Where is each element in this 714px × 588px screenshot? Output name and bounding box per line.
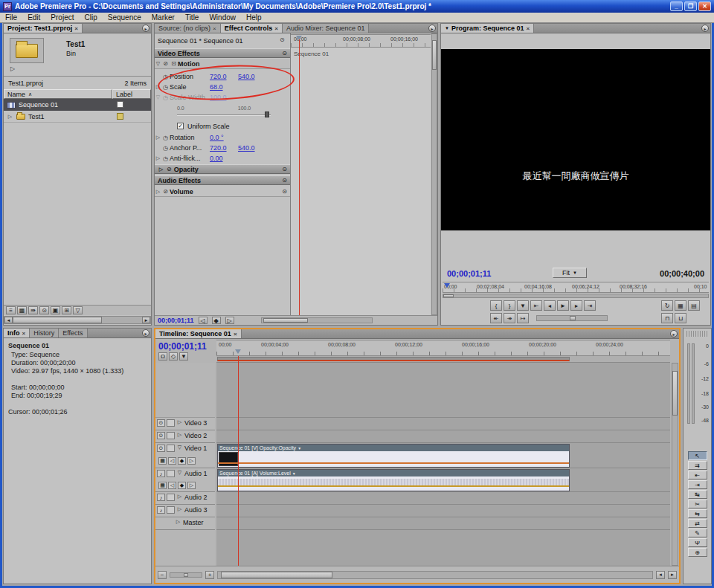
uniform-scale-checkbox[interactable]: ✓ [177, 123, 184, 129]
expand-icon[interactable]: ▷ [176, 419, 183, 425]
timeline-horizontal-scrollbar[interactable] [217, 571, 653, 579]
jump-back-button[interactable]: ↞ [490, 313, 502, 323]
fit-dropdown[interactable]: Fit ▼ [553, 268, 587, 278]
output-button[interactable]: ▤ [688, 300, 700, 311]
display-style-icon[interactable]: ▦ [158, 482, 167, 489]
timeline-playhead-line[interactable] [238, 356, 239, 566]
go-to-in-button[interactable]: ⇤ [530, 300, 542, 311]
stopwatch-icon[interactable]: ◷ [161, 84, 170, 91]
shuttle-thumb[interactable] [570, 316, 576, 320]
expanded-icon[interactable]: ▽ [155, 94, 161, 100]
eye-icon[interactable]: ⊙ [157, 419, 165, 427]
scale-width-value[interactable]: 100.0 [210, 94, 227, 101]
go-to-out-button[interactable]: ⇥ [584, 300, 596, 311]
menu-clip[interactable]: Clip [79, 13, 102, 22]
expand-icon[interactable]: ▷ [7, 114, 13, 120]
show-keyframes-icon[interactable]: ⊙ [280, 36, 285, 43]
scrollbar-thumb[interactable] [221, 572, 332, 578]
keyframe-prev-icon[interactable]: ◁ [168, 482, 176, 489]
panel-menu-button[interactable]: ▸ [701, 25, 709, 32]
track-select-tool[interactable]: ⇉ [688, 461, 707, 470]
step-back-button[interactable]: ◂ [544, 300, 556, 311]
keyframe-prev-icon[interactable]: ◁ [168, 457, 176, 465]
stopwatch-icon[interactable]: ◷ [161, 145, 170, 152]
menu-window[interactable]: Window [204, 13, 241, 22]
opacity-effect-row[interactable]: ▷ ⊘ Opacity ⊙ [155, 164, 290, 174]
keyframe-next-icon[interactable]: ▷ [187, 482, 196, 489]
scale-value[interactable]: 68.0 [210, 83, 223, 91]
extract-button[interactable]: ⊔ [675, 313, 686, 323]
horizontal-scrollbar[interactable]: ◄ ► [4, 316, 151, 324]
panel-menu-button[interactable]: ▸ [428, 25, 436, 32]
menu-project[interactable]: Project [45, 13, 79, 22]
scale-slider-track[interactable] [177, 114, 271, 116]
scroll-right-icon[interactable]: ► [668, 571, 677, 579]
chevron-down-icon[interactable]: ▼ [298, 446, 301, 450]
icon-view-button[interactable]: ▦ [17, 306, 27, 314]
scrollbar-thumb[interactable] [13, 317, 102, 323]
zoom-tool[interactable]: ⊕ [688, 548, 707, 557]
display-style-icon[interactable]: ▦ [158, 457, 167, 465]
menu-marker[interactable]: Marker [147, 13, 180, 22]
stopwatch-icon[interactable]: ◷ [161, 74, 170, 80]
zoom-out-button[interactable]: − [158, 571, 167, 579]
expand-icon[interactable]: ▷ [176, 494, 183, 500]
lock-toggle[interactable] [167, 494, 175, 501]
stopwatch-icon[interactable]: ◷ [161, 155, 170, 162]
timeline-timecode[interactable]: 00;00;01;11 [158, 341, 207, 352]
slip-tool[interactable]: ⇆ [688, 509, 707, 518]
edge-viewer-button[interactable]: ◇ [169, 352, 178, 361]
tab-audio-mixer[interactable]: Audio Mixer: Sequence 01 [283, 24, 370, 33]
find-button[interactable]: ⊙ [39, 306, 49, 314]
work-area-bar[interactable] [216, 356, 670, 363]
audio-clip[interactable]: Sequence 01 [A] Volume:Level ▼ [217, 469, 570, 491]
track-content-audio2[interactable] [216, 492, 670, 505]
stopwatch-icon[interactable]: ◷ [161, 94, 170, 101]
speaker-icon[interactable]: ♪ [157, 506, 165, 514]
keyframe-add-button[interactable]: ◆ [212, 317, 221, 324]
menu-edit[interactable]: Edit [22, 13, 45, 22]
add-marker-button[interactable]: ▼ [517, 300, 529, 311]
snap-button[interactable]: Ω [158, 352, 167, 361]
maximize-button[interactable]: ❐ [684, 1, 697, 11]
list-view-button[interactable]: ≡ [6, 306, 16, 314]
vertical-scrollbar[interactable] [431, 33, 437, 315]
column-header-label[interactable]: Label [112, 89, 151, 99]
expanded-icon[interactable]: ▽ [155, 61, 161, 67]
panel-menu-button[interactable]: ▸ [142, 25, 149, 32]
razor-tool[interactable]: ✂ [688, 500, 707, 508]
play-in-to-out-button[interactable]: ↦ [517, 313, 529, 323]
hand-tool[interactable]: Ψ [688, 538, 707, 547]
anchor-y-value[interactable]: 540.0 [238, 144, 255, 152]
trash-button[interactable]: ▽ [73, 306, 83, 314]
label-swatch[interactable] [117, 101, 123, 108]
track-content-video3[interactable] [216, 418, 670, 430]
tab-project[interactable]: Project: Test1.prproj × [4, 24, 83, 33]
automate-to-sequence-button[interactable]: ⇛ [28, 306, 38, 314]
collapsed-icon[interactable]: ▷ [155, 189, 161, 195]
menu-sequence[interactable]: Sequence [103, 13, 147, 22]
track-content-master[interactable] [216, 517, 670, 530]
column-header-name[interactable]: Name ∧ [4, 89, 112, 99]
timeline-vertical-scrollbar[interactable] [672, 363, 678, 566]
program-current-time[interactable]: 00;00;01;11 [447, 269, 491, 278]
lock-toggle[interactable] [167, 432, 175, 439]
safe-margins-button[interactable]: ▦ [675, 300, 686, 311]
label-swatch[interactable] [117, 113, 123, 120]
close-button[interactable]: ✕ [698, 1, 711, 11]
anti-flicker-value[interactable]: 0.00 [210, 155, 223, 162]
timeline-playhead-caret[interactable] [235, 349, 241, 354]
close-icon[interactable]: × [22, 330, 26, 337]
set-in-button[interactable]: { [490, 300, 502, 311]
lock-toggle[interactable] [167, 419, 175, 427]
speaker-icon[interactable]: ♪ [157, 494, 165, 501]
keyframe-add-icon[interactable]: ◆ [178, 457, 186, 465]
stopwatch-icon[interactable]: ◷ [161, 135, 170, 141]
expanded-icon[interactable]: ▽ [176, 470, 183, 476]
scrollbar-thumb[interactable] [672, 371, 678, 416]
new-bin-button[interactable]: ▣ [51, 306, 60, 314]
program-playhead-caret[interactable] [444, 283, 450, 288]
minimize-button[interactable]: _ [670, 1, 683, 11]
pen-tool[interactable]: ✎ [688, 529, 707, 537]
fx-toggle-icon[interactable]: ⊘ [167, 166, 172, 172]
